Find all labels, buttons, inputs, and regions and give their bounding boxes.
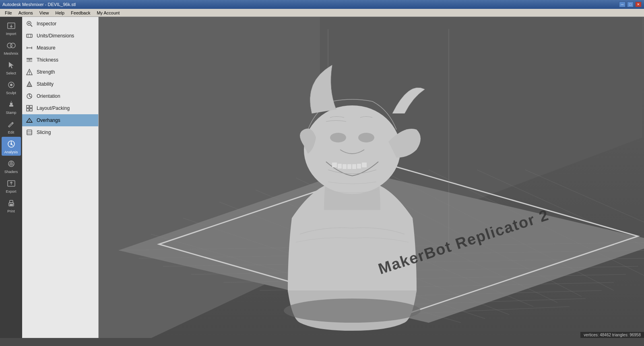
svg-point-3 — [10, 43, 15, 48]
svg-rect-89 — [352, 164, 356, 169]
slicing-icon — [25, 128, 33, 136]
svg-rect-85 — [332, 163, 337, 167]
analysis-measure[interactable]: Measure — [22, 42, 98, 54]
svg-rect-45 — [27, 109, 29, 111]
svg-rect-8 — [10, 103, 12, 105]
svg-point-6 — [10, 84, 12, 86]
svg-point-82 — [304, 105, 400, 194]
meshmix-label: Meshmix — [4, 51, 18, 56]
svg-point-83 — [330, 133, 346, 142]
svg-point-92 — [284, 299, 421, 323]
layout-label: Layout/Packing — [37, 105, 70, 111]
status-bar: vertices: 48462 triangles: 96958 — [580, 332, 644, 338]
strength-label: Strength — [37, 69, 55, 75]
window-title: Autodesk Meshmixer - DEVIL_96k.stl — [2, 2, 76, 7]
close-button[interactable]: ✕ — [635, 2, 642, 7]
select-icon — [6, 60, 17, 71]
analysis-panel: Inspector Units/Dimensions — [22, 17, 99, 338]
tool-select[interactable]: Select — [2, 58, 21, 77]
tool-print[interactable]: Print — [2, 196, 21, 215]
tool-import[interactable]: Import — [2, 19, 21, 37]
tool-stamp[interactable]: Stamp — [2, 97, 21, 116]
analysis-orientation[interactable]: Orientation — [22, 90, 98, 102]
tool-analysis[interactable]: Analysis — [2, 137, 21, 156]
svg-rect-50 — [27, 130, 32, 135]
analysis-overhangs[interactable]: Overhangs — [22, 114, 98, 126]
svg-point-84 — [358, 133, 374, 142]
print-icon — [6, 198, 17, 209]
menu-view[interactable]: View — [36, 10, 52, 16]
svg-point-37 — [29, 74, 30, 74]
stamp-icon — [6, 99, 17, 110]
analysis-layout[interactable]: Layout/Packing — [22, 102, 98, 114]
thickness-icon — [25, 56, 33, 64]
import-label: Import — [6, 32, 17, 36]
analysis-thickness[interactable]: Thickness — [22, 54, 98, 66]
svg-rect-21 — [10, 204, 13, 206]
svg-rect-26 — [27, 34, 32, 37]
import-icon — [6, 20, 17, 31]
menu-help[interactable]: Help — [52, 10, 68, 16]
export-label: Export — [6, 189, 16, 194]
svg-rect-86 — [338, 164, 342, 169]
menu-file[interactable]: File — [2, 10, 15, 16]
tool-shaders[interactable]: Shaders — [2, 157, 21, 175]
svg-marker-4 — [9, 62, 14, 68]
svg-marker-10 — [8, 122, 13, 127]
export-icon — [6, 178, 17, 189]
tool-meshmix[interactable]: Meshmix — [2, 38, 21, 57]
meshmix-icon — [6, 40, 17, 51]
svg-line-24 — [31, 25, 32, 27]
3d-scene: MakerBot Replicator 2 — [99, 17, 644, 338]
shaders-label: Shaders — [4, 170, 18, 174]
analysis-stability[interactable]: Stability — [22, 78, 98, 90]
analysis-icon — [6, 138, 17, 150]
shaders-icon — [6, 158, 17, 169]
svg-marker-38 — [27, 82, 32, 86]
tool-sculpt[interactable]: Sculpt — [2, 78, 21, 97]
menu-actions[interactable]: Actions — [15, 10, 36, 16]
svg-line-42 — [29, 96, 31, 97]
minimize-button[interactable]: ─ — [619, 2, 625, 7]
window-controls[interactable]: ─ □ ✕ — [619, 2, 642, 7]
svg-rect-87 — [343, 164, 347, 169]
edit-icon — [6, 119, 17, 130]
menu-feedback[interactable]: Feedback — [68, 10, 93, 16]
overhangs-icon — [25, 116, 33, 124]
tool-export[interactable]: Export — [2, 176, 21, 195]
svg-rect-91 — [362, 163, 367, 167]
tool-edit[interactable]: Edit — [2, 117, 21, 136]
maximize-button[interactable]: □ — [627, 2, 634, 7]
svg-point-22 — [13, 204, 14, 204]
analysis-label: Analysis — [4, 150, 18, 154]
stamp-label: Stamp — [6, 111, 16, 115]
svg-point-25 — [28, 23, 30, 24]
svg-rect-7 — [9, 105, 13, 107]
menu-bar: File Actions View Help Feedback My Accou… — [0, 9, 644, 17]
layout-icon — [25, 104, 33, 112]
menu-myaccount[interactable]: My Account — [93, 10, 123, 16]
analysis-units[interactable]: Units/Dimensions — [22, 30, 98, 42]
sculpt-label: Sculpt — [6, 91, 16, 95]
slicing-label: Slicing — [37, 130, 51, 135]
title-bar: Autodesk Meshmixer - DEVIL_96k.stl ─ □ ✕ — [0, 0, 644, 9]
viewport[interactable]: MakerBot Replicator 2 vertices: 48462 tr… — [99, 17, 644, 338]
stability-icon — [25, 80, 33, 88]
overhangs-label: Overhangs — [37, 117, 60, 123]
measure-label: Measure — [37, 45, 56, 51]
sculpt-icon — [6, 79, 17, 91]
strength-icon — [25, 68, 33, 76]
svg-rect-32 — [27, 58, 32, 60]
orientation-label: Orientation — [37, 93, 60, 99]
inspector-label: Inspector — [37, 21, 56, 27]
analysis-inspector[interactable]: Inspector — [22, 18, 98, 30]
svg-rect-44 — [30, 105, 32, 108]
units-icon — [25, 32, 33, 40]
analysis-slicing[interactable]: Slicing — [22, 126, 98, 138]
svg-rect-20 — [10, 200, 13, 203]
svg-rect-33 — [27, 60, 32, 62]
left-sidebar: Import Meshmix Select — [0, 17, 22, 338]
measure-icon — [25, 44, 33, 52]
main-layout: Import Meshmix Select — [0, 17, 644, 338]
analysis-strength[interactable]: Strength — [22, 66, 98, 78]
